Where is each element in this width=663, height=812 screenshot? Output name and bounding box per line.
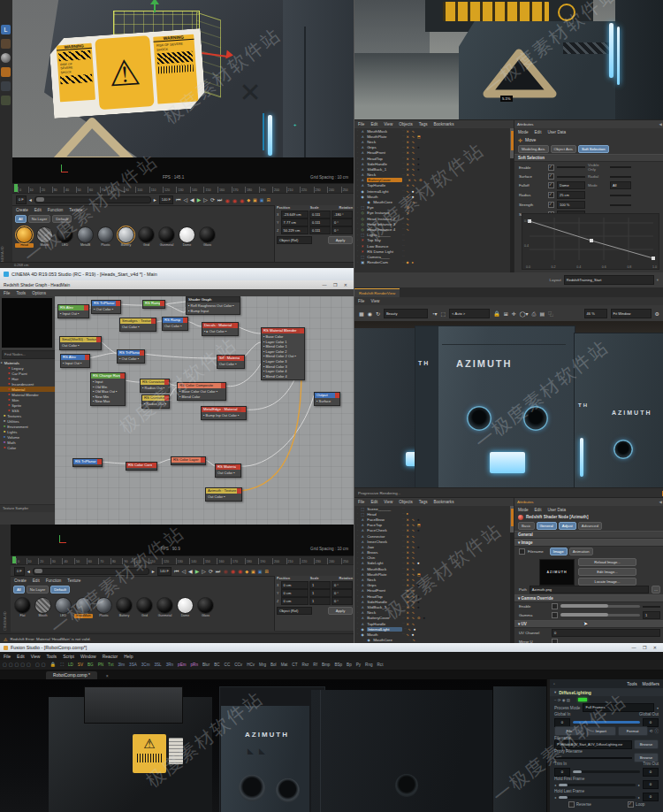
attrs-tab[interactable]: Soft Selection: [578, 145, 609, 153]
expand-arrow[interactable]: ·: [357, 534, 358, 538]
menu-item[interactable]: Window: [80, 654, 96, 659]
soft-selection-section[interactable]: Soft Selection: [514, 154, 663, 162]
attr-slider[interactable]: [560, 605, 640, 608]
attributes-back-icon[interactable]: ◀: [659, 500, 662, 504]
node-collapse-icon[interactable]: ▾: [554, 690, 556, 694]
attr-value-2[interactable]: [610, 176, 631, 178]
visibility-dots[interactable]: ··: [402, 189, 404, 193]
fusion-tool-button[interactable]: Txt: [107, 661, 114, 670]
next-key-icon[interactable]: ⟳: [210, 195, 215, 204]
visibility-dots[interactable]: ··: [402, 507, 404, 510]
scale-field[interactable]: 0.111: [309, 211, 331, 218]
texture-thumbnail[interactable]: AZIMUTH: [539, 559, 575, 586]
visibility-dots[interactable]: ··: [402, 512, 404, 516]
falloff-curve[interactable]: 0.8 0.4 0.00.20.40.60.81.0: [522, 213, 659, 270]
goto-end-icon[interactable]: ⏭: [216, 567, 220, 576]
expand-arrow[interactable]: ·: [357, 567, 358, 571]
timeline-slider-handle[interactable]: [34, 569, 42, 573]
visibility-dots[interactable]: ··: [402, 146, 404, 149]
object-name[interactable]: Neck: [367, 172, 400, 177]
bucket-dropdown-icon[interactable]: ◔▾: [431, 310, 438, 318]
file-tab[interactable]: Format: [618, 726, 648, 736]
visibility-dots[interactable]: ··: [402, 206, 404, 210]
attributes-back-icon[interactable]: ◀: [659, 122, 662, 126]
visibility-dots[interactable]: ··: [402, 540, 404, 543]
shader-node[interactable]: RS Alev ▪ Input Out ▪: [60, 354, 90, 368]
visibility-dots[interactable]: ··: [402, 167, 404, 171]
next-frame-icon[interactable]: ▷: [202, 567, 206, 576]
menu-item[interactable]: Tags: [419, 122, 428, 126]
object-tags[interactable]: ✕ ∿: [407, 588, 415, 593]
object-name[interactable]: Head Instance 4: [367, 227, 400, 232]
expand-arrow[interactable]: ·: [357, 140, 358, 143]
expand-arrow[interactable]: ·: [357, 173, 358, 177]
expand-arrow[interactable]: ·: [357, 179, 358, 182]
position-field[interactable]: 0 cm: [281, 589, 309, 597]
expand-arrow[interactable]: ·: [357, 167, 358, 171]
print-icon[interactable]: ⎙: [532, 310, 537, 318]
expand-arrow[interactable]: ·: [357, 217, 358, 220]
inspector-tab[interactable]: Modifiers: [643, 682, 659, 686]
attr-checkbox[interactable]: [548, 192, 554, 198]
fusion-tool-button[interactable]: 3Im: [117, 661, 126, 670]
shader-node[interactable]: Smudges : Texture Out Color ▪: [119, 318, 156, 332]
menu-item[interactable]: User Data: [547, 508, 566, 512]
object-name[interactable]: Head Instance 2: [367, 217, 400, 221]
expand-arrow[interactable]: ·: [357, 507, 358, 510]
attr-value-2[interactable]: [610, 195, 631, 196]
menu-item[interactable]: Create: [14, 578, 27, 583]
fusion-tool-button[interactable]: Rct: [377, 661, 385, 670]
object-name[interactable]: SideLight: [367, 561, 400, 565]
end-frame-field[interactable]: 140 F: [159, 195, 173, 204]
object-tags[interactable]: ✕ ∿: [407, 129, 415, 134]
record-scale-icon[interactable]: ◉: [232, 197, 237, 203]
attr-value-2[interactable]: [610, 166, 631, 168]
expand-arrow[interactable]: ·: [357, 151, 358, 155]
attr-value[interactable]: 1: [643, 611, 660, 619]
visibility-dots[interactable]: ··: [402, 534, 404, 538]
visibility-dots[interactable]: ··: [402, 517, 404, 521]
object-tags[interactable]: ✕ ∿: [407, 145, 415, 149]
expand-arrow[interactable]: ·: [357, 184, 358, 188]
expand-arrow[interactable]: ·: [357, 146, 358, 149]
expand-arrow[interactable]: ·: [357, 594, 358, 598]
layout-tool-icon[interactable]: L: [1, 25, 11, 34]
object-name[interactable]: TopHandle: [367, 183, 400, 188]
object-name[interactable]: Neck: [367, 140, 400, 144]
record-rotation-icon[interactable]: ◉: [238, 568, 242, 574]
material-swatch[interactable]: LED: [54, 596, 72, 618]
expand-arrow[interactable]: ·: [363, 639, 364, 642]
expand-arrow[interactable]: ·: [357, 551, 358, 555]
expand-arrow[interactable]: ·: [357, 211, 358, 215]
object-name[interactable]: SlidBack_1: [367, 167, 400, 172]
visibility-dots[interactable]: ··: [402, 244, 404, 248]
visibility-dots[interactable]: ··: [402, 567, 404, 571]
object-name[interactable]: TopHandle: [367, 622, 400, 626]
autokey-icon[interactable]: ▣: [253, 197, 257, 203]
position-field[interactable]: 50.229 cm: [281, 226, 309, 234]
rotation-field[interactable]: 0 °: [332, 581, 353, 589]
menu-item[interactable]: Tags: [419, 500, 428, 504]
fusion-titlebar[interactable]: Fusion Studio - [RobotComp.comp*] — ❐ ✕: [0, 643, 663, 652]
prev-frame-icon[interactable]: ◀: [188, 567, 193, 576]
expand-arrow[interactable]: ·: [363, 201, 364, 204]
shader-node[interactable]: RS Color Composite ▪ Base Color Out Colo…: [177, 382, 226, 401]
fusion-tool-button[interactable]: Rf: [312, 661, 318, 670]
attr-slider[interactable]: [560, 614, 640, 617]
menu-item[interactable]: Options: [32, 291, 46, 295]
object-name[interactable]: Mouth: [367, 195, 400, 199]
object-tags[interactable]: ✕ ∿: [407, 555, 415, 560]
viewport-3d[interactable]: ✕ WARNING RISK OFSEVERESHOCK ⚠: [12, 0, 354, 157]
fusion-tool-button[interactable]: 3SL: [153, 661, 162, 670]
attr-value-2[interactable]: [610, 204, 631, 206]
object-tags[interactable]: ✕ ∿: [407, 610, 415, 615]
shader-node[interactable]: RS TriPlanar ▪ Out Color ▪: [91, 300, 121, 314]
expand-arrow[interactable]: ·: [357, 627, 358, 631]
object-name[interactable]: Brows: [367, 550, 400, 555]
node-tree-item[interactable]: Color: [0, 445, 55, 450]
object-tags[interactable]: ✕ ∿: [407, 545, 415, 549]
goto-end-icon[interactable]: ⏭: [217, 195, 222, 204]
menu-item[interactable]: Objects: [399, 500, 413, 504]
visibility-dots[interactable]: ··: [402, 578, 404, 582]
scale-field[interactable]: 1: [309, 597, 331, 605]
